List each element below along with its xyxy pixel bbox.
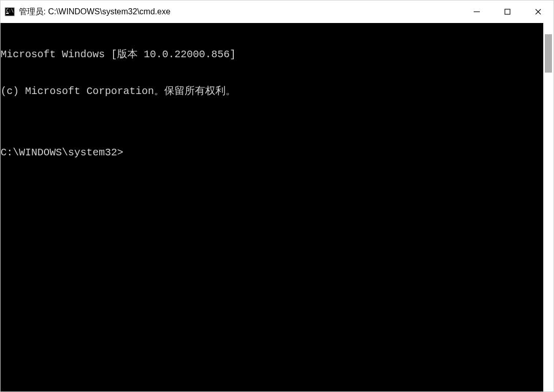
cmd-window: C:\ 管理员: C:\WINDOWS\system32\cmd.exe: [0, 0, 554, 392]
terminal-output-line: (c) Microsoft Corporation。保留所有权利。: [1, 85, 543, 98]
terminal-output-line: Microsoft Windows [版本 10.0.22000.856]: [1, 49, 543, 61]
titlebar[interactable]: C:\ 管理员: C:\WINDOWS\system32\cmd.exe: [1, 1, 553, 23]
terminal-container: Microsoft Windows [版本 10.0.22000.856] (c…: [1, 23, 553, 391]
minimize-icon: [473, 8, 480, 15]
window-controls: [461, 1, 553, 23]
cmd-icon: C:\: [5, 7, 15, 17]
window-title: 管理员: C:\WINDOWS\system32\cmd.exe: [19, 7, 461, 17]
maximize-button[interactable]: [492, 1, 523, 23]
scrollbar-thumb[interactable]: [545, 34, 552, 73]
close-button[interactable]: [523, 1, 553, 23]
minimize-button[interactable]: [461, 1, 492, 23]
svg-text:C:\: C:\: [6, 9, 14, 13]
maximize-icon: [504, 8, 511, 15]
close-icon: [535, 8, 542, 15]
svg-rect-2: [6, 13, 9, 14]
terminal-prompt-line: C:\WINDOWS\system32>: [1, 147, 543, 159]
scrollbar[interactable]: [543, 23, 553, 391]
terminal-prompt: C:\WINDOWS\system32>: [1, 147, 123, 159]
svg-rect-4: [505, 9, 510, 14]
terminal[interactable]: Microsoft Windows [版本 10.0.22000.856] (c…: [1, 23, 543, 391]
